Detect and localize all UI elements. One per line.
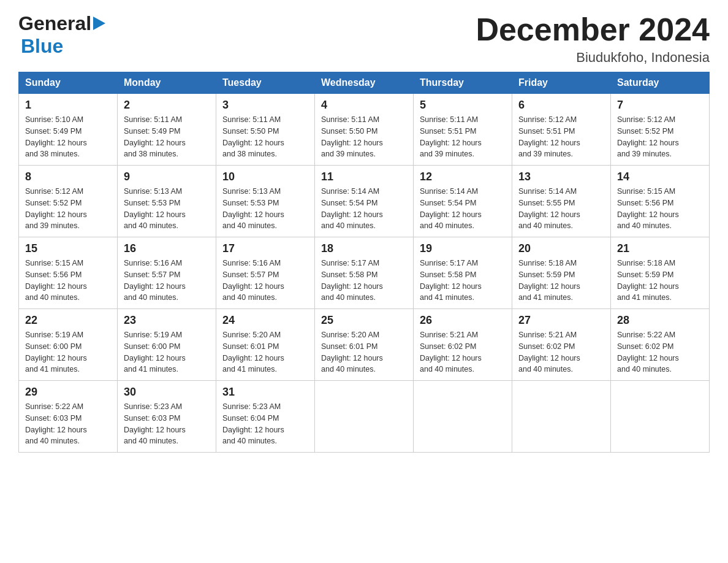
day-number: 14 — [617, 170, 703, 183]
logo-line1: General — [18, 12, 105, 35]
day-cell: 8 Sunrise: 5:12 AM Sunset: 5:52 PM Dayli… — [19, 166, 118, 237]
day-info: Sunrise: 5:22 AM Sunset: 6:03 PM Dayligh… — [25, 401, 111, 447]
day-cell: 27 Sunrise: 5:21 AM Sunset: 6:02 PM Dayl… — [512, 309, 611, 381]
day-info: Sunrise: 5:18 AM Sunset: 5:59 PM Dayligh… — [617, 258, 703, 304]
day-cell: 14 Sunrise: 5:15 AM Sunset: 5:56 PM Dayl… — [611, 166, 710, 237]
day-number: 11 — [321, 170, 407, 183]
day-number: 9 — [124, 170, 210, 183]
day-info: Sunrise: 5:17 AM Sunset: 5:58 PM Dayligh… — [420, 258, 506, 304]
day-number: 1 — [25, 99, 111, 112]
day-number: 7 — [617, 99, 703, 112]
day-number: 3 — [222, 99, 308, 112]
day-number: 8 — [25, 170, 111, 183]
day-number: 23 — [124, 314, 210, 327]
day-number: 17 — [222, 242, 308, 255]
day-number: 5 — [420, 99, 506, 112]
logo-general-text: General — [18, 12, 91, 35]
col-wednesday: Wednesday — [315, 72, 414, 94]
col-saturday: Saturday — [611, 72, 710, 94]
day-cell: 7 Sunrise: 5:12 AM Sunset: 5:52 PM Dayli… — [611, 94, 710, 166]
day-cell: 18 Sunrise: 5:17 AM Sunset: 5:58 PM Dayl… — [315, 237, 414, 309]
day-cell: 9 Sunrise: 5:13 AM Sunset: 5:53 PM Dayli… — [118, 166, 216, 237]
day-info: Sunrise: 5:19 AM Sunset: 6:00 PM Dayligh… — [25, 329, 111, 375]
day-number: 15 — [25, 242, 111, 255]
day-info: Sunrise: 5:21 AM Sunset: 6:02 PM Dayligh… — [420, 329, 506, 375]
day-cell: 20 Sunrise: 5:18 AM Sunset: 5:59 PM Dayl… — [512, 237, 611, 309]
day-info: Sunrise: 5:18 AM Sunset: 5:59 PM Dayligh… — [518, 258, 604, 304]
day-number: 28 — [617, 314, 703, 327]
day-cell: 11 Sunrise: 5:14 AM Sunset: 5:54 PM Dayl… — [315, 166, 414, 237]
week-row-2: 8 Sunrise: 5:12 AM Sunset: 5:52 PM Dayli… — [19, 166, 710, 237]
col-thursday: Thursday — [414, 72, 512, 94]
day-number: 25 — [321, 314, 407, 327]
day-info: Sunrise: 5:13 AM Sunset: 5:53 PM Dayligh… — [124, 186, 210, 232]
day-cell: 1 Sunrise: 5:10 AM Sunset: 5:49 PM Dayli… — [19, 94, 118, 166]
logo-blue-text: Blue — [21, 35, 63, 57]
day-cell — [414, 381, 512, 453]
day-number: 21 — [617, 242, 703, 255]
day-info: Sunrise: 5:20 AM Sunset: 6:01 PM Dayligh… — [222, 329, 308, 375]
day-number: 26 — [420, 314, 506, 327]
col-sunday: Sunday — [19, 72, 118, 94]
day-number: 6 — [518, 99, 604, 112]
day-cell: 13 Sunrise: 5:14 AM Sunset: 5:55 PM Dayl… — [512, 166, 611, 237]
day-info: Sunrise: 5:16 AM Sunset: 5:57 PM Dayligh… — [222, 258, 308, 304]
day-number: 2 — [124, 99, 210, 112]
day-cell: 24 Sunrise: 5:20 AM Sunset: 6:01 PM Dayl… — [216, 309, 315, 381]
day-info: Sunrise: 5:10 AM Sunset: 5:49 PM Dayligh… — [25, 114, 111, 160]
calendar-header-row: Sunday Monday Tuesday Wednesday Thursday… — [19, 72, 710, 94]
week-row-4: 22 Sunrise: 5:19 AM Sunset: 6:00 PM Dayl… — [19, 309, 710, 381]
day-info: Sunrise: 5:12 AM Sunset: 5:52 PM Dayligh… — [617, 114, 703, 160]
day-cell: 4 Sunrise: 5:11 AM Sunset: 5:50 PM Dayli… — [315, 94, 414, 166]
day-number: 16 — [124, 242, 210, 255]
day-info: Sunrise: 5:19 AM Sunset: 6:00 PM Dayligh… — [124, 329, 210, 375]
day-info: Sunrise: 5:11 AM Sunset: 5:50 PM Dayligh… — [222, 114, 308, 160]
day-info: Sunrise: 5:15 AM Sunset: 5:56 PM Dayligh… — [25, 258, 111, 304]
day-cell: 10 Sunrise: 5:13 AM Sunset: 5:53 PM Dayl… — [216, 166, 315, 237]
day-cell: 16 Sunrise: 5:16 AM Sunset: 5:57 PM Dayl… — [118, 237, 216, 309]
day-info: Sunrise: 5:14 AM Sunset: 5:54 PM Dayligh… — [321, 186, 407, 232]
day-cell: 29 Sunrise: 5:22 AM Sunset: 6:03 PM Dayl… — [19, 381, 118, 453]
svg-marker-0 — [93, 17, 105, 30]
day-info: Sunrise: 5:23 AM Sunset: 6:04 PM Dayligh… — [222, 401, 308, 447]
day-info: Sunrise: 5:21 AM Sunset: 6:02 PM Dayligh… — [518, 329, 604, 375]
day-number: 10 — [222, 170, 308, 183]
day-number: 30 — [124, 386, 210, 399]
day-number: 18 — [321, 242, 407, 255]
day-info: Sunrise: 5:16 AM Sunset: 5:57 PM Dayligh… — [124, 258, 210, 304]
day-info: Sunrise: 5:14 AM Sunset: 5:55 PM Dayligh… — [518, 186, 604, 232]
col-friday: Friday — [512, 72, 611, 94]
day-info: Sunrise: 5:23 AM Sunset: 6:03 PM Dayligh… — [124, 401, 210, 447]
day-cell: 17 Sunrise: 5:16 AM Sunset: 5:57 PM Dayl… — [216, 237, 315, 309]
day-cell: 15 Sunrise: 5:15 AM Sunset: 5:56 PM Dayl… — [19, 237, 118, 309]
day-info: Sunrise: 5:12 AM Sunset: 5:52 PM Dayligh… — [25, 186, 111, 232]
day-number: 13 — [518, 170, 604, 183]
page-header: General Blue December 2024 Biudukfoho, I… — [18, 12, 710, 66]
day-number: 27 — [518, 314, 604, 327]
logo-arrow-icon — [93, 17, 105, 33]
day-cell: 19 Sunrise: 5:17 AM Sunset: 5:58 PM Dayl… — [414, 237, 512, 309]
day-cell: 28 Sunrise: 5:22 AM Sunset: 6:02 PM Dayl… — [611, 309, 710, 381]
location-subtitle: Biudukfoho, Indonesia — [476, 50, 710, 66]
week-row-3: 15 Sunrise: 5:15 AM Sunset: 5:56 PM Dayl… — [19, 237, 710, 309]
day-number: 12 — [420, 170, 506, 183]
day-info: Sunrise: 5:14 AM Sunset: 5:54 PM Dayligh… — [420, 186, 506, 232]
day-cell: 30 Sunrise: 5:23 AM Sunset: 6:03 PM Dayl… — [118, 381, 216, 453]
day-cell — [512, 381, 611, 453]
day-cell: 5 Sunrise: 5:11 AM Sunset: 5:51 PM Dayli… — [414, 94, 512, 166]
col-monday: Monday — [118, 72, 216, 94]
day-cell: 2 Sunrise: 5:11 AM Sunset: 5:49 PM Dayli… — [118, 94, 216, 166]
week-row-5: 29 Sunrise: 5:22 AM Sunset: 6:03 PM Dayl… — [19, 381, 710, 453]
day-info: Sunrise: 5:12 AM Sunset: 5:51 PM Dayligh… — [518, 114, 604, 160]
day-cell: 31 Sunrise: 5:23 AM Sunset: 6:04 PM Dayl… — [216, 381, 315, 453]
title-area: December 2024 Biudukfoho, Indonesia — [476, 12, 710, 66]
day-info: Sunrise: 5:13 AM Sunset: 5:53 PM Dayligh… — [222, 186, 308, 232]
day-info: Sunrise: 5:17 AM Sunset: 5:58 PM Dayligh… — [321, 258, 407, 304]
day-cell: 25 Sunrise: 5:20 AM Sunset: 6:01 PM Dayl… — [315, 309, 414, 381]
day-cell: 3 Sunrise: 5:11 AM Sunset: 5:50 PM Dayli… — [216, 94, 315, 166]
day-info: Sunrise: 5:11 AM Sunset: 5:49 PM Dayligh… — [124, 114, 210, 160]
day-info: Sunrise: 5:11 AM Sunset: 5:51 PM Dayligh… — [420, 114, 506, 160]
day-number: 29 — [25, 386, 111, 399]
day-number: 31 — [222, 386, 308, 399]
day-info: Sunrise: 5:22 AM Sunset: 6:02 PM Dayligh… — [617, 329, 703, 375]
